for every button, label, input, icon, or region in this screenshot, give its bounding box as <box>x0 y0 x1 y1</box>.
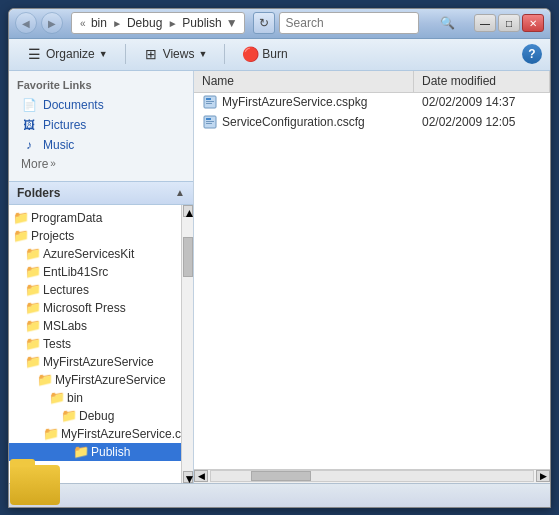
tree-item-mslabs[interactable]: 📁MSLabs <box>9 317 193 335</box>
fav-label-pictures: Pictures <box>43 118 86 132</box>
organize-icon: ☰ <box>26 46 42 62</box>
refresh-button[interactable]: ↻ <box>253 12 275 34</box>
col-header-date[interactable]: Date modified <box>414 71 550 92</box>
folder-icon: 📁 <box>25 300 41 316</box>
tree-item-myfirstazureservice-parent[interactable]: 📁MyFirstAzureService <box>9 353 193 371</box>
fav-item-documents[interactable]: 📄 Documents <box>17 95 185 115</box>
tree-label: Lectures <box>43 283 89 297</box>
tree-item-tests[interactable]: 📁Tests <box>9 335 193 353</box>
svg-rect-7 <box>206 123 212 124</box>
toolbar: ☰ Organize ▼ ⊞ Views ▼ 🔴 Burn ? <box>9 39 550 71</box>
file-list-header: Name Date modified <box>194 71 550 93</box>
file-name-cell: MyFirstAzureService.cspkg <box>202 94 422 110</box>
burn-button[interactable]: 🔴 Burn <box>233 42 296 66</box>
folder-icon: 📁 <box>13 228 29 244</box>
file-row[interactable]: ServiceConfiguration.cscfg02/02/2009 12:… <box>194 113 550 133</box>
svg-rect-1 <box>206 98 211 100</box>
left-panel: Favorite Links 📄 Documents 🖼 Pictures ♪ … <box>9 71 194 483</box>
search-box: 🔍 <box>279 12 419 34</box>
scroll-right-btn[interactable]: ▶ <box>536 470 550 482</box>
help-button[interactable]: ? <box>522 44 542 64</box>
tree-item-entlib41src[interactable]: 📁EntLib41Src <box>9 263 193 281</box>
file-row[interactable]: MyFirstAzureService.cspkg02/02/2009 14:3… <box>194 93 550 113</box>
tree-label: AzureServicesKit <box>43 247 134 261</box>
svg-rect-5 <box>206 118 211 120</box>
folders-collapse-icon: ▲ <box>175 187 185 198</box>
organize-dropdown-icon: ▼ <box>99 49 108 59</box>
toolbar-separator-2 <box>224 44 225 64</box>
tree-item-debug[interactable]: 📁Debug <box>9 407 193 425</box>
horizontal-scrollbar[interactable]: ◀ ▶ <box>194 469 550 483</box>
views-button[interactable]: ⊞ Views ▼ <box>134 42 217 66</box>
tree-item-myfirstazureservice-child[interactable]: 📁MyFirstAzureService <box>9 371 193 389</box>
main-content: Favorite Links 📄 Documents 🖼 Pictures ♪ … <box>9 71 550 483</box>
h-scroll-thumb[interactable] <box>251 471 311 481</box>
forward-button[interactable]: ▶ <box>41 12 63 34</box>
favorite-links-title: Favorite Links <box>17 79 185 91</box>
breadcrumb-text: « bin ► Debug ► Publish <box>78 16 222 30</box>
folder-icon: 📁 <box>49 390 65 406</box>
maximize-button[interactable]: □ <box>498 14 520 32</box>
folder-icon: 📁 <box>25 282 41 298</box>
tree-label: Publish <box>91 445 130 459</box>
folder-icon: 📁 <box>13 210 29 226</box>
tree-label: Debug <box>79 409 114 423</box>
file-name-text: MyFirstAzureService.cspkg <box>222 95 367 109</box>
breadcrumb-dropdown-icon[interactable]: ▼ <box>226 16 238 30</box>
tree-item-azureserviceskit[interactable]: 📁AzureServicesKit <box>9 245 193 263</box>
folders-header[interactable]: Folders ▲ <box>9 181 193 205</box>
tree-label: MyFirstAzureService <box>43 355 154 369</box>
title-bar-left: ◀ ▶ « bin ► Debug ► Publish ▼ ↻ 🔍 <box>15 12 419 34</box>
pictures-icon: 🖼 <box>21 117 37 133</box>
tree-item-programdata[interactable]: 📁ProgramData <box>9 209 193 227</box>
tree-label: MyFirstAzureService.csx <box>61 427 193 441</box>
toolbar-separator-1 <box>125 44 126 64</box>
tree-item-bin[interactable]: 📁bin <box>9 389 193 407</box>
fav-item-pictures[interactable]: 🖼 Pictures <box>17 115 185 135</box>
folder-tree[interactable]: 📁ProgramData📁Projects📁AzureServicesKit📁E… <box>9 205 193 483</box>
file-date-cell: 02/02/2009 12:05 <box>422 115 542 129</box>
tree-item-microsoftpress[interactable]: 📁Microsoft Press <box>9 299 193 317</box>
burn-label: Burn <box>262 47 287 61</box>
folder-icon: 📁 <box>25 264 41 280</box>
folder-icon: 📁 <box>43 426 59 442</box>
scroll-up-btn[interactable]: ▲ <box>183 205 193 217</box>
breadcrumb[interactable]: « bin ► Debug ► Publish ▼ <box>71 12 245 34</box>
tree-item-myfirstazureservice-csx[interactable]: 📁MyFirstAzureService.csx <box>9 425 193 443</box>
title-bar: ◀ ▶ « bin ► Debug ► Publish ▼ ↻ 🔍 <box>9 9 550 39</box>
fav-label-documents: Documents <box>43 98 104 112</box>
scroll-left-btn[interactable]: ◀ <box>194 470 208 482</box>
folder-icon: 📁 <box>61 408 77 424</box>
window-controls: — □ ✕ <box>474 14 544 32</box>
more-link[interactable]: More » <box>17 155 185 173</box>
right-panel: Name Date modified MyFirstAzureService.c… <box>194 71 550 483</box>
file-name-text: ServiceConfiguration.cscfg <box>222 115 365 129</box>
close-button[interactable]: ✕ <box>522 14 544 32</box>
views-icon: ⊞ <box>143 46 159 62</box>
tree-label: Microsoft Press <box>43 301 126 315</box>
tree-item-lectures[interactable]: 📁Lectures <box>9 281 193 299</box>
burn-icon: 🔴 <box>242 46 258 62</box>
scroll-thumb[interactable] <box>183 237 193 277</box>
file-date-cell: 02/02/2009 14:37 <box>422 95 542 109</box>
tree-label: Tests <box>43 337 71 351</box>
more-label: More <box>21 157 48 171</box>
favorite-links: Favorite Links 📄 Documents 🖼 Pictures ♪ … <box>9 71 193 181</box>
documents-icon: 📄 <box>21 97 37 113</box>
organize-button[interactable]: ☰ Organize ▼ <box>17 42 117 66</box>
file-list: MyFirstAzureService.cspkg02/02/2009 14:3… <box>194 93 550 469</box>
fav-label-music: Music <box>43 138 74 152</box>
scroll-down-btn[interactable]: ▼ <box>183 471 193 483</box>
col-header-name[interactable]: Name <box>194 71 414 92</box>
fav-item-music[interactable]: ♪ Music <box>17 135 185 155</box>
back-button[interactable]: ◀ <box>15 12 37 34</box>
search-input[interactable] <box>286 16 436 30</box>
tree-label: Projects <box>31 229 74 243</box>
h-scroll-track[interactable] <box>210 470 534 482</box>
status-bar: 2 items <box>9 483 550 507</box>
left-panel-scrollbar[interactable]: ▲ ▼ <box>181 205 193 483</box>
views-dropdown-icon: ▼ <box>198 49 207 59</box>
minimize-button[interactable]: — <box>474 14 496 32</box>
tree-item-projects[interactable]: 📁Projects <box>9 227 193 245</box>
svg-rect-6 <box>206 121 214 122</box>
